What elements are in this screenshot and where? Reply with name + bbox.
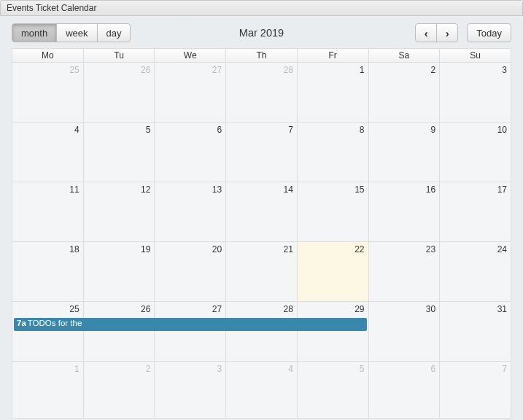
day-number: 19 <box>88 244 151 254</box>
calendar-grid: MoTuWeThFrSaSu 2526272812345678910111213… <box>12 48 511 419</box>
calendar-event[interactable]: 7aTODOs for the next week <box>14 318 84 331</box>
day-cell[interactable]: 31 <box>440 302 511 362</box>
day-number: 27 <box>158 304 222 314</box>
day-cell[interactable]: 3 <box>440 63 511 122</box>
prev-button[interactable]: ‹ <box>415 23 437 42</box>
day-cell[interactable]: 4 <box>226 362 298 419</box>
view-month-button[interactable]: month <box>12 23 57 42</box>
day-number: 25 <box>16 304 80 314</box>
day-cell[interactable]: 6 <box>155 122 226 182</box>
day-cell[interactable]: 7 <box>226 122 298 182</box>
day-cell[interactable]: 4 <box>12 122 84 182</box>
day-cell[interactable]: 1 <box>297 63 368 122</box>
weekday-header: Su <box>440 49 511 63</box>
view-day-button[interactable]: day <box>97 23 131 42</box>
calendar-event[interactable] <box>297 318 367 331</box>
panel-title: Events Ticket Calendar <box>7 3 96 13</box>
today-button[interactable]: Today <box>467 23 511 42</box>
day-number: 5 <box>88 125 151 135</box>
day-number: 21 <box>230 244 293 254</box>
day-number: 22 <box>301 244 365 254</box>
event-time: 7a <box>17 319 26 327</box>
day-cell[interactable]: 26 <box>83 302 155 362</box>
day-number: 16 <box>373 184 436 195</box>
day-cell[interactable]: 24 <box>440 242 511 302</box>
day-number: 1 <box>301 65 365 75</box>
day-cell[interactable]: 6 <box>368 362 440 419</box>
day-number: 4 <box>16 125 80 135</box>
day-number: 11 <box>16 184 80 195</box>
day-cell[interactable]: 22 <box>297 242 368 302</box>
weekday-header: Fr <box>297 49 368 63</box>
day-cell[interactable]: 29 <box>297 302 368 362</box>
day-cell[interactable]: 3 <box>155 362 226 419</box>
day-number: 6 <box>158 125 222 135</box>
day-number: 28 <box>230 65 293 75</box>
calendar-event[interactable] <box>83 318 155 331</box>
day-number: 8 <box>301 125 365 135</box>
day-cell[interactable]: 17 <box>440 182 511 242</box>
day-cell[interactable]: 16 <box>368 182 440 242</box>
day-cell[interactable]: 18 <box>12 242 84 302</box>
day-cell[interactable]: 14 <box>226 182 298 242</box>
day-cell[interactable]: 2 <box>368 63 440 122</box>
day-cell[interactable]: 27 <box>155 302 226 362</box>
day-number: 17 <box>443 184 507 195</box>
day-cell[interactable]: 25 <box>12 63 84 122</box>
day-cell[interactable]: 28 <box>226 63 298 122</box>
day-cell[interactable]: 23 <box>368 242 440 302</box>
calendar-event[interactable] <box>154 318 226 331</box>
day-number: 7 <box>230 125 293 135</box>
day-cell[interactable]: 26 <box>83 63 155 122</box>
day-cell[interactable]: 28 <box>226 302 298 362</box>
day-number: 3 <box>158 364 222 374</box>
day-number: 15 <box>301 184 365 195</box>
panel-header: Events Ticket Calendar <box>0 0 523 16</box>
day-cell[interactable]: 9 <box>368 122 440 182</box>
day-number: 28 <box>230 304 293 314</box>
event-title: TODOs for the next week <box>28 319 84 327</box>
view-switch-group: month week day <box>12 23 131 42</box>
day-cell[interactable]: 27 <box>155 63 226 122</box>
calendar-container: month week day Mar 2019 ‹ › Today MoTuWe… <box>0 16 523 420</box>
next-button[interactable]: › <box>436 23 458 42</box>
day-cell[interactable]: 21 <box>226 242 298 302</box>
calendar-toolbar: month week day Mar 2019 ‹ › Today <box>12 23 511 42</box>
weekday-header: Tu <box>83 49 155 63</box>
day-cell[interactable]: 15 <box>297 182 368 242</box>
day-number: 31 <box>443 304 507 314</box>
calendar-event[interactable] <box>225 318 298 331</box>
view-week-button[interactable]: week <box>56 23 97 42</box>
day-number: 25 <box>16 65 80 75</box>
day-cell[interactable]: 19 <box>83 242 155 302</box>
day-number: 13 <box>158 184 222 195</box>
day-cell[interactable]: 13 <box>155 182 226 242</box>
weekday-header: Sa <box>368 49 440 63</box>
day-cell[interactable]: 7 <box>440 362 511 419</box>
day-cell[interactable]: 257aTODOs for the next week <box>12 302 84 362</box>
nav-group: ‹ › <box>415 23 458 42</box>
day-cell[interactable]: 12 <box>83 182 155 242</box>
day-cell[interactable]: 11 <box>12 182 84 242</box>
day-number: 20 <box>158 244 222 254</box>
day-cell[interactable]: 8 <box>297 122 368 182</box>
day-cell[interactable]: 5 <box>297 362 368 419</box>
chevron-right-icon: › <box>446 27 449 39</box>
day-cell[interactable]: 5 <box>83 122 155 182</box>
chevron-left-icon: ‹ <box>425 27 428 39</box>
day-cell[interactable]: 10 <box>440 122 511 182</box>
day-number: 26 <box>88 65 151 75</box>
day-number: 26 <box>88 304 151 314</box>
day-number: 27 <box>158 65 222 75</box>
weekday-header: Th <box>226 49 298 63</box>
day-number: 2 <box>88 364 151 374</box>
day-number: 1 <box>16 364 80 374</box>
day-cell[interactable]: 30 <box>368 302 440 362</box>
day-cell[interactable]: 20 <box>155 242 226 302</box>
day-cell[interactable]: 1 <box>12 362 84 419</box>
day-number: 5 <box>301 364 365 374</box>
day-cell[interactable]: 2 <box>83 362 155 419</box>
day-number: 3 <box>443 65 507 75</box>
weekday-header: We <box>155 49 226 63</box>
day-number: 29 <box>301 304 365 314</box>
